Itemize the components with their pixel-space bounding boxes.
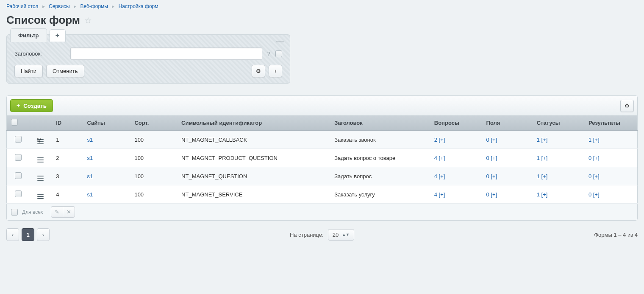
cell-results-add[interactable]: [+] [591,155,599,161]
cell-title: Задать вопрос о товаре [330,149,430,167]
filter-add-button[interactable]: + [269,65,282,77]
cell-title: Заказать услугу [330,185,430,204]
filter-find-button[interactable]: Найти [14,65,43,77]
row-checkbox[interactable] [15,136,22,143]
col-header-questions[interactable]: Вопросы [430,115,482,131]
cell-sid: NT_MAGNET_SERVICE [177,185,330,204]
cell-site-link[interactable]: s1 [87,191,93,198]
cell-statuses-count[interactable]: 1 [537,137,540,143]
col-header-sort[interactable]: Сорт. [130,115,177,131]
filter-settings-button[interactable]: ⚙ [252,65,265,77]
col-header-title[interactable]: Заголовок [330,115,430,131]
cell-results-add[interactable]: [+] [591,137,599,143]
cell-site-link[interactable]: s1 [87,137,93,143]
list-settings-button[interactable]: ⚙ [620,100,634,112]
cell-sort: 100 [130,167,177,185]
pager-prev-button[interactable]: ‹ [6,228,19,241]
cell-questions-count[interactable]: 4 [434,191,437,198]
col-header-menu [29,115,52,131]
col-header-results[interactable]: Результаты [584,115,638,131]
cell-id: 1 [52,131,83,149]
help-icon[interactable]: ? [267,50,270,57]
cell-statuses-add[interactable]: [+] [540,137,547,143]
select-all-checkbox[interactable] [11,119,18,126]
cell-sid: NT_MAGNET_QUESTION [177,167,330,185]
cell-site-link[interactable]: s1 [87,155,93,161]
pager-next-button[interactable]: › [37,228,50,241]
col-header-statuses[interactable]: Статусы [533,115,584,131]
cell-statuses-count[interactable]: 1 [537,191,540,198]
close-icon: ✕ [67,209,71,215]
row-checkbox[interactable] [15,172,22,179]
cell-statuses-add[interactable]: [+] [540,155,547,161]
cell-statuses-count[interactable]: 1 [537,155,540,161]
per-page-value: 20 [333,232,339,238]
footer-select-all-checkbox[interactable] [11,209,18,216]
filter-panel: Фильтр + — Заголовок: ? Найти Отменить ⚙ [6,34,290,84]
cell-sid: NT_MAGNET_CALLBACK [177,131,330,149]
page-title: Список форм [6,14,80,27]
cell-results-add[interactable]: [+] [591,191,599,198]
filter-cancel-button[interactable]: Отменить [46,65,84,77]
breadcrumb-item[interactable]: Веб-формы [80,3,108,9]
cell-questions-add[interactable]: [+] [437,137,445,143]
breadcrumb-item[interactable]: Сервисы [49,3,70,9]
row-menu-button[interactable] [37,194,44,199]
table-row: ☟1s1100NT_MAGNET_CALLBACKЗаказать звонок… [7,131,638,149]
pagination-bar: ‹ 1 › На странице: 20 ▲▼ Формы 1 – 4 из … [6,228,638,241]
cell-questions-add[interactable]: [+] [437,173,445,179]
forms-table: ID Сайты Сорт. Символьный идентификатор … [6,115,638,204]
col-header-sid[interactable]: Символьный идентификатор [177,115,330,131]
col-header-id[interactable]: ID [52,115,83,131]
grid-footer: Для всех ✎ ✕ [6,204,638,221]
table-row: 3s1100NT_MAGNET_QUESTIONЗадать вопрос4 [… [7,167,638,185]
col-header-fields[interactable]: Поля [482,115,533,131]
cell-fields-count[interactable]: 0 [486,137,489,143]
breadcrumb-item[interactable]: Настройка форм [119,3,158,9]
cell-fields-add[interactable]: [+] [489,137,497,143]
chevron-right-icon: ▶ [40,5,47,8]
create-button[interactable]: + Создать [10,99,53,112]
cell-fields-add[interactable]: [+] [489,155,497,161]
cell-fields-count[interactable]: 0 [486,191,489,198]
cell-statuses-add[interactable]: [+] [540,191,547,198]
cell-questions-count[interactable]: 4 [434,173,437,179]
cell-site-link[interactable]: s1 [87,173,93,179]
cell-questions-count[interactable]: 4 [434,155,437,161]
filter-field-label: Заголовок: [14,50,65,57]
breadcrumb-item[interactable]: Рабочий стол [6,3,38,9]
cell-fields-add[interactable]: [+] [489,173,497,179]
cell-title: Заказать звонок [330,131,430,149]
row-checkbox[interactable] [15,190,22,197]
row-menu-button[interactable] [37,176,44,181]
add-filter-tab-button[interactable]: + [50,29,66,42]
favorite-star-icon[interactable]: ☆ [84,15,92,25]
table-row: 4s1100NT_MAGNET_SERVICEЗаказать услугу4 … [7,185,638,204]
row-checkbox[interactable] [15,154,22,161]
cell-fields-add[interactable]: [+] [489,191,497,198]
cell-questions-add[interactable]: [+] [437,191,445,198]
cell-results-add[interactable]: [+] [591,173,599,179]
footer-edit-button[interactable]: ✎ [51,207,63,217]
col-header-sites[interactable]: Сайты [83,115,130,131]
cell-id: 4 [52,185,83,204]
row-menu-button[interactable] [37,139,44,144]
cell-questions-count[interactable]: 2 [434,137,437,143]
cell-questions-add[interactable]: [+] [437,155,445,161]
cell-sort: 100 [130,131,177,149]
cell-statuses-count[interactable]: 1 [537,173,540,179]
cell-fields-count[interactable]: 0 [486,155,489,161]
cell-sort: 100 [130,149,177,167]
pager: ‹ 1 › [6,228,50,241]
filter-extra-checkbox[interactable] [275,50,282,57]
row-menu-button[interactable] [37,157,44,162]
filter-tab[interactable]: Фильтр [10,28,47,42]
footer-delete-button[interactable]: ✕ [63,207,75,217]
filter-title-input[interactable] [70,48,262,60]
cell-statuses-add[interactable]: [+] [540,173,547,179]
pager-page-button[interactable]: 1 [22,228,34,241]
pagination-total: Формы 1 – 4 из 4 [594,232,638,238]
cell-fields-count[interactable]: 0 [486,173,489,179]
per-page-select[interactable]: 20 ▲▼ [328,229,354,241]
collapse-filter-icon[interactable]: — [276,37,284,46]
